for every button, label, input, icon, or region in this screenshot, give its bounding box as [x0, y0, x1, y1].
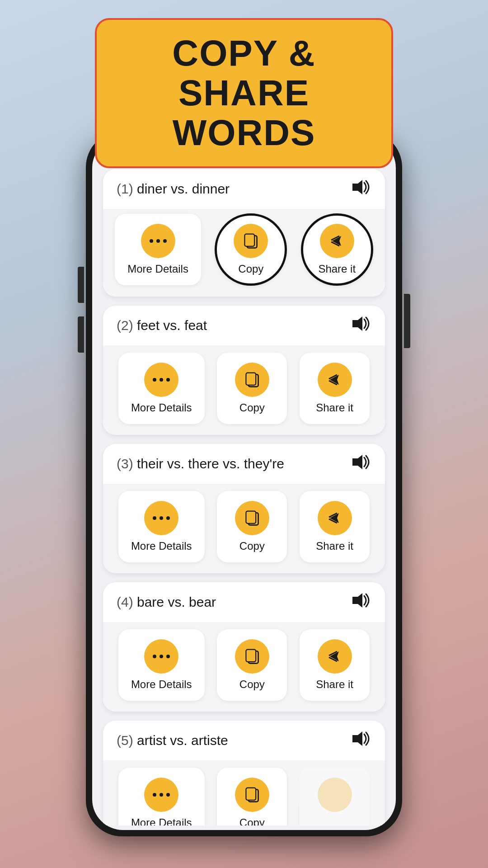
share-label-1: Share it — [318, 263, 356, 275]
word-card-4: (4) bare vs. bear — [103, 582, 385, 712]
svg-rect-24 — [246, 650, 256, 662]
sound-icon-5[interactable] — [352, 731, 371, 750]
word-text-1: (1) diner vs. dinner — [117, 181, 230, 197]
copy-label-4: Copy — [239, 678, 265, 691]
share-icon-circle-1 — [320, 224, 354, 258]
copy-icon-4 — [244, 648, 261, 665]
svg-point-10 — [166, 378, 170, 382]
word-header-1: (1) diner vs. dinner — [103, 169, 385, 209]
word-card-1: (1) diner vs. dinner — [103, 169, 385, 297]
copy-label-3: Copy — [239, 540, 265, 552]
word-actions-3: More Details Copy — [103, 484, 385, 573]
word-actions-1: More Details Copy — [103, 209, 385, 297]
more-details-icon-circle-2 — [144, 363, 178, 397]
copy-icon-circle-5 — [235, 778, 269, 812]
copy-icon-2 — [244, 371, 261, 388]
share-icon-circle-5 — [318, 778, 352, 812]
share-label-3: Share it — [316, 540, 353, 552]
copy-label-5: Copy — [239, 816, 265, 826]
volume-up-button — [78, 267, 84, 303]
word-card-2: (2) feet vs. feat — [103, 306, 385, 435]
svg-point-26 — [153, 793, 156, 797]
word-header-2: (2) feet vs. feat — [103, 306, 385, 345]
share-button-4[interactable]: Share it — [300, 629, 370, 701]
share-icon-1 — [328, 232, 346, 250]
svg-point-20 — [153, 655, 156, 658]
more-details-label-1: More Details — [127, 263, 188, 275]
svg-point-3 — [156, 239, 160, 243]
more-details-label-2: More Details — [131, 401, 192, 414]
word-card-3: (3) their vs. there vs. they're — [103, 444, 385, 573]
svg-rect-12 — [246, 373, 256, 385]
copy-icon-5 — [244, 786, 261, 803]
word-actions-4: More Details Copy — [103, 622, 385, 712]
copy-icon-circle-3 — [235, 501, 269, 535]
copy-button-3[interactable]: Copy — [217, 491, 287, 562]
share-icon-circle-4 — [318, 639, 352, 674]
copy-button-1[interactable]: Copy — [215, 213, 287, 286]
copy-button-2[interactable]: Copy — [217, 353, 287, 424]
more-details-button-2[interactable]: More Details — [118, 353, 205, 424]
copy-button-5[interactable]: Copy — [217, 768, 287, 826]
copy-icon-circle-4 — [235, 639, 269, 674]
share-icon-3 — [326, 509, 343, 527]
more-details-icon-circle-3 — [144, 501, 178, 535]
svg-rect-30 — [246, 788, 256, 800]
share-button-2[interactable]: Share it — [300, 353, 370, 424]
svg-point-22 — [166, 655, 170, 658]
svg-point-4 — [163, 239, 167, 243]
more-details-button-5[interactable]: More Details — [118, 768, 205, 826]
word-text-4: (4) bare vs. bear — [117, 594, 216, 610]
sound-icon-1[interactable] — [352, 179, 371, 199]
dots-icon-2 — [153, 371, 170, 388]
more-details-label-3: More Details — [131, 540, 192, 552]
word-header-5: (5) artist vs. artiste — [103, 721, 385, 760]
svg-marker-25 — [352, 731, 362, 746]
svg-rect-6 — [245, 234, 255, 246]
more-details-button-3[interactable]: More Details — [118, 491, 205, 562]
share-button-1[interactable]: Share it — [301, 213, 373, 286]
phone-frame: 17:22 ▣ 100 (1) diner vs. dinner — [86, 131, 402, 836]
more-details-label-5: More Details — [131, 816, 192, 826]
more-details-icon-circle-1 — [141, 224, 175, 258]
dots-icon-5 — [153, 786, 170, 803]
svg-point-14 — [153, 516, 156, 520]
share-icon-circle-3 — [318, 501, 352, 535]
more-details-icon-circle-5 — [144, 778, 178, 812]
share-icon-circle-2 — [318, 363, 352, 397]
svg-point-21 — [160, 655, 163, 658]
sound-icon-2[interactable] — [352, 316, 371, 335]
share-button-5[interactable] — [300, 768, 370, 826]
header-banner: COPY & SHAREWORDS — [95, 18, 393, 168]
copy-button-4[interactable]: Copy — [217, 629, 287, 701]
copy-icon-1 — [242, 232, 259, 250]
more-details-button-4[interactable]: More Details — [118, 629, 205, 701]
word-text-3: (3) their vs. there vs. they're — [117, 456, 284, 472]
screen-content: (1) diner vs. dinner — [92, 165, 396, 826]
word-header-3: (3) their vs. there vs. they're — [103, 444, 385, 484]
word-text-5: (5) artist vs. artiste — [117, 733, 228, 748]
more-details-button-1[interactable]: More Details — [115, 214, 201, 285]
dots-icon-3 — [153, 509, 170, 527]
svg-marker-7 — [352, 316, 362, 331]
sound-icon-3[interactable] — [352, 454, 371, 474]
share-button-3[interactable]: Share it — [300, 491, 370, 562]
svg-marker-1 — [352, 180, 362, 194]
word-header-4: (4) bare vs. bear — [103, 582, 385, 622]
share-label-4: Share it — [316, 678, 353, 691]
dots-icon-1 — [150, 232, 167, 250]
svg-point-16 — [166, 516, 170, 520]
svg-point-9 — [160, 378, 163, 382]
copy-icon-3 — [244, 509, 261, 527]
word-actions-5: More Details Copy — [103, 760, 385, 826]
word-card-5: (5) artist vs. artiste — [103, 721, 385, 826]
volume-down-button — [78, 316, 84, 353]
share-label-2: Share it — [316, 401, 353, 414]
svg-point-27 — [160, 793, 163, 797]
sound-icon-4[interactable] — [352, 592, 371, 612]
header-title: COPY & SHAREWORDS — [119, 33, 369, 153]
copy-label-1: Copy — [238, 263, 263, 275]
share-icon-4 — [326, 648, 343, 665]
more-details-icon-circle-4 — [144, 639, 178, 674]
svg-point-8 — [153, 378, 156, 382]
